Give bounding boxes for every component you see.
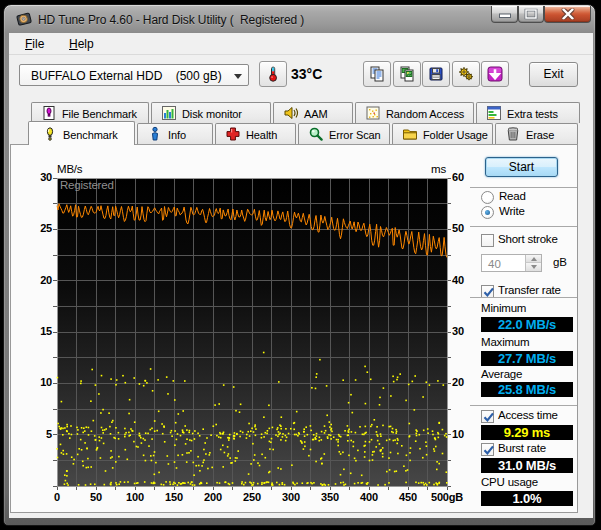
thermometer-icon bbox=[265, 66, 282, 83]
benchmark-page: MB/s ms 30252015105605040302010050100150… bbox=[10, 144, 578, 513]
error-scan-icon bbox=[308, 126, 324, 142]
y-left-tick-label: 15 bbox=[21, 325, 52, 337]
save-floppy-icon bbox=[428, 66, 444, 82]
menubar-separator bbox=[9, 54, 593, 55]
minimize-icon bbox=[498, 10, 511, 19]
access-time-checkbox[interactable] bbox=[481, 410, 494, 423]
average-label: Average bbox=[481, 368, 522, 380]
window-title: HD Tune Pro 4.60 - Hard Disk Utility ( R… bbox=[38, 13, 304, 27]
start-button[interactable]: Start bbox=[485, 157, 558, 177]
tab-label: File Benchmark bbox=[62, 108, 137, 120]
close-button[interactable] bbox=[544, 6, 591, 23]
access-time-label: Access time bbox=[498, 409, 558, 421]
minimize-button[interactable] bbox=[491, 6, 518, 23]
tab-aam[interactable]: AAM bbox=[273, 102, 353, 123]
copy-text-button[interactable] bbox=[363, 61, 391, 87]
minimum-label: Minimum bbox=[481, 302, 526, 314]
extra-tests-icon bbox=[486, 105, 502, 121]
capacity-unit-label: gB bbox=[553, 256, 567, 268]
tab-error-scan[interactable]: Error Scan bbox=[298, 123, 390, 144]
drive-select-combobox[interactable]: BUFFALO External HDD (500 gB) bbox=[19, 64, 249, 86]
tab-erase[interactable]: Erase bbox=[495, 123, 578, 144]
check-icon bbox=[481, 409, 497, 425]
menu-file[interactable]: File bbox=[18, 35, 51, 53]
copy-image-button[interactable] bbox=[393, 61, 421, 87]
tab-file-benchmark[interactable]: File Benchmark bbox=[31, 102, 149, 123]
options-button[interactable] bbox=[452, 61, 480, 87]
tab-benchmark[interactable]: Benchmark bbox=[28, 121, 135, 145]
desktop-background: HD Tune Pro 4.60 - Hard Disk Utility ( R… bbox=[0, 0, 601, 530]
tab-label: Info bbox=[168, 129, 186, 141]
chevron-down-icon bbox=[234, 74, 242, 79]
tab-label: Folder Usage bbox=[423, 129, 488, 141]
y-right-tick-label: 40 bbox=[452, 274, 464, 286]
y-right-tick-label: 20 bbox=[452, 376, 464, 388]
titlebar[interactable]: HD Tune Pro 4.60 - Hard Disk Utility ( R… bbox=[4, 5, 595, 33]
options-gears-icon bbox=[458, 66, 474, 82]
exit-button[interactable]: Exit bbox=[529, 62, 578, 87]
average-value: 25.8 MB/s bbox=[481, 382, 573, 397]
menu-help[interactable]: Help bbox=[62, 35, 101, 53]
window-client-area: FileHelp BUFFALO External HDD (500 gB) 3… bbox=[9, 33, 593, 518]
erase-trash-icon bbox=[505, 126, 521, 142]
file-benchmark-icon bbox=[41, 105, 57, 121]
y-right-tick-label: 50 bbox=[452, 222, 464, 234]
hdtune-disk-icon bbox=[15, 11, 33, 27]
tab-extra-tests[interactable]: Extra tests bbox=[476, 102, 580, 123]
separator bbox=[470, 297, 577, 298]
write-radio[interactable] bbox=[481, 206, 494, 219]
burst-rate-checkbox[interactable] bbox=[481, 443, 494, 456]
tab-label: Disk monitor bbox=[182, 108, 242, 120]
tab-label: Benchmark bbox=[63, 129, 118, 141]
benchmark-bulb-icon bbox=[42, 126, 58, 142]
drive-select-value: BUFFALO External HDD (500 gB) bbox=[31, 69, 222, 83]
tab-label: Health bbox=[246, 129, 277, 141]
check-icon bbox=[481, 442, 497, 458]
copy-image-icon bbox=[399, 66, 415, 82]
separator bbox=[470, 187, 577, 188]
burst-rate-label: Burst rate bbox=[498, 442, 546, 454]
tab-health[interactable]: Health bbox=[215, 123, 296, 144]
save-button[interactable] bbox=[422, 61, 450, 87]
tab-label: Error Scan bbox=[329, 129, 381, 141]
spinner-up-button[interactable] bbox=[525, 255, 541, 263]
separator bbox=[470, 226, 577, 227]
triangle-down-icon bbox=[531, 265, 537, 269]
separator bbox=[470, 405, 577, 406]
triangle-up-icon bbox=[531, 257, 537, 261]
y-left-tick-label: 20 bbox=[21, 274, 52, 286]
short-stroke-checkbox[interactable] bbox=[481, 234, 494, 247]
read-radio[interactable] bbox=[481, 191, 494, 204]
close-icon bbox=[561, 9, 574, 20]
tab-random-access[interactable]: Random Access bbox=[355, 102, 474, 123]
info-figure-icon bbox=[147, 126, 163, 142]
capacity-value: 40 bbox=[488, 258, 501, 270]
folder-usage-icon bbox=[402, 126, 418, 142]
download-arrow-icon bbox=[487, 66, 503, 82]
tab-disk-monitor[interactable]: Disk monitor bbox=[151, 102, 271, 123]
temperature-button[interactable] bbox=[259, 61, 287, 87]
capacity-spinner[interactable]: 40 bbox=[481, 254, 542, 272]
tab-folder-usage[interactable]: Folder Usage bbox=[392, 123, 493, 144]
y-right-tick-label: 10 bbox=[452, 428, 464, 440]
access-time-value: 9.29 ms bbox=[481, 425, 573, 440]
temperature-label: 33°C bbox=[291, 66, 322, 82]
maximize-icon bbox=[524, 9, 538, 20]
chart-plot-area bbox=[51, 172, 453, 494]
maximum-label: Maximum bbox=[481, 336, 529, 348]
maximize-button[interactable] bbox=[518, 6, 544, 23]
y-right-tick-label: 60 bbox=[452, 171, 464, 183]
burst-rate-value: 31.0 MB/s bbox=[481, 458, 573, 473]
menubar: FileHelp bbox=[9, 33, 593, 54]
spinner-down-button[interactable] bbox=[525, 263, 541, 271]
write-radio-label: Write bbox=[499, 205, 525, 217]
y-left-tick-label: 10 bbox=[21, 376, 52, 388]
minimum-value: 22.0 MB/s bbox=[481, 317, 573, 332]
y-left-tick-label: 5 bbox=[21, 428, 52, 440]
y-left-tick-label: 25 bbox=[21, 222, 52, 234]
update-button[interactable] bbox=[481, 61, 509, 87]
read-radio-label: Read bbox=[499, 190, 526, 202]
tab-label: Extra tests bbox=[507, 108, 558, 120]
tab-info[interactable]: Info bbox=[137, 123, 213, 144]
tab-label: Random Access bbox=[386, 108, 464, 120]
